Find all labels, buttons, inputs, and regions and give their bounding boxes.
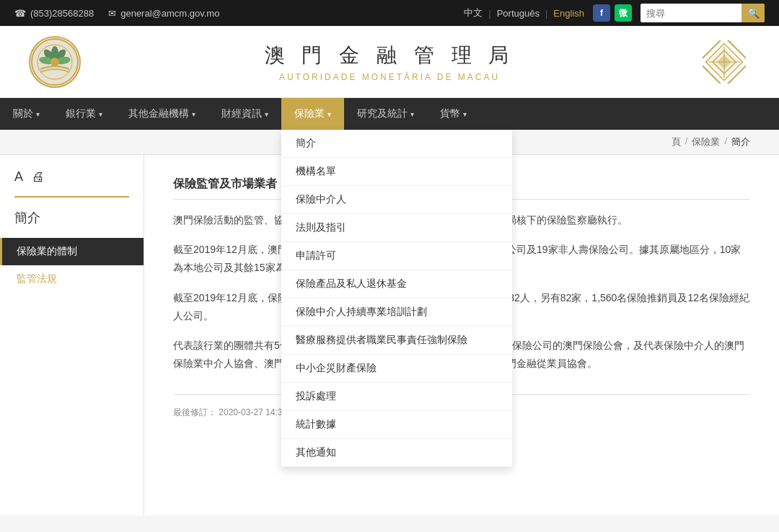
nav-other-fi-label: 其他金融機構	[128, 107, 189, 120]
nav-banking-label: 銀行業	[66, 107, 96, 120]
breadcrumb-insurance[interactable]: 保險業	[692, 136, 720, 148]
language-switcher: 中文 | Português | English	[464, 6, 584, 19]
nav-finance-info[interactable]: 財經資訊 ▾	[208, 98, 281, 130]
phone-info: ☎ (853)28568288	[14, 8, 94, 19]
nav-insurance-arrow: ▾	[327, 110, 331, 118]
breadcrumb-sep-2: /	[724, 136, 727, 148]
phone-icon: ☎	[14, 8, 26, 19]
nav-currency[interactable]: 貨幣 ▾	[427, 98, 480, 130]
email-info: ✉ general@amcm.gov.mo	[108, 8, 219, 19]
svg-point-7	[50, 58, 59, 66]
title-portuguese: AUTORIDADE MONETÁRIA DE MACAU	[81, 72, 698, 82]
sidebar-item-regulations[interactable]: 監管法規	[0, 265, 144, 293]
dropdown-medical[interactable]: 醫療服務提供者職業民事責任強制保險	[281, 327, 512, 355]
lang-en[interactable]: English	[553, 8, 584, 19]
dropdown-complaint[interactable]: 投訴處理	[281, 383, 512, 411]
nav-insurance[interactable]: 保險業 ▾ 簡介 機構名單 保險中介人 法則及指引 申請許可 保險產品及私人退休…	[281, 98, 344, 130]
nav-banking-arrow: ▾	[99, 110, 102, 118]
site-header: 澳 門 金 融 管 理 局 AUTORIDADE MONETÁRIA DE MA…	[0, 26, 779, 98]
nav-research-arrow: ▾	[410, 110, 414, 118]
title-chinese: 澳 門 金 融 管 理 局	[81, 42, 698, 69]
sidebar-item-structure[interactable]: 保險業的體制	[0, 238, 144, 265]
top-bar: ☎ (853)28568288 ✉ general@amcm.gov.mo 中文…	[0, 0, 779, 26]
nav-currency-arrow: ▾	[463, 110, 467, 118]
insurance-dropdown: 簡介 機構名單 保險中介人 法則及指引 申請許可 保險產品及私人退休基金 保險中…	[281, 130, 512, 467]
nav-other-fi-arrow: ▾	[192, 110, 195, 118]
nav-finance-info-arrow: ▾	[265, 110, 268, 118]
nav-finance-info-label: 財經資訊	[221, 107, 262, 120]
nav-insurance-label: 保險業	[294, 107, 325, 120]
dropdown-sme[interactable]: 中小企災財產保險	[281, 355, 512, 383]
dropdown-statistics[interactable]: 統計數據	[281, 411, 512, 439]
lang-zh[interactable]: 中文	[464, 6, 483, 19]
last-modified-label: 最後修訂：	[173, 407, 216, 417]
nav-about-label: 關於	[13, 107, 33, 120]
email-address: general@amcm.gov.mo	[120, 8, 219, 19]
print-icon[interactable]: 🖨	[32, 169, 45, 185]
font-size-icon[interactable]: A	[14, 169, 23, 185]
nav-research[interactable]: 研究及統計 ▾	[344, 98, 427, 130]
dropdown-notices[interactable]: 其他通知	[281, 439, 512, 467]
amcm-logo-svg	[703, 40, 746, 84]
sidebar: A 🖨 簡介 保險業的體制 監管法規	[0, 155, 144, 515]
dropdown-org-list[interactable]: 機構名單	[281, 158, 512, 186]
lang-pt[interactable]: Português	[497, 8, 540, 19]
search-button[interactable]: 🔍	[741, 4, 765, 22]
lang-sep-1: |	[488, 8, 490, 19]
site-title: 澳 門 金 融 管 理 局 AUTORIDADE MONETÁRIA DE MA…	[81, 42, 698, 82]
top-bar-left: ☎ (853)28568288 ✉ general@amcm.gov.mo	[14, 8, 219, 19]
social-icons: f 微	[593, 4, 632, 22]
dropdown-intro[interactable]: 簡介	[281, 130, 512, 158]
macau-emblem	[29, 36, 81, 88]
lang-sep-2: |	[545, 8, 547, 19]
macau-logo	[29, 36, 81, 88]
search-input[interactable]	[641, 4, 741, 22]
nav-banking[interactable]: 銀行業 ▾	[53, 98, 115, 130]
wechat-icon[interactable]: 微	[615, 4, 632, 22]
amcm-logo	[698, 36, 750, 88]
nav-currency-label: 貨幣	[440, 107, 460, 120]
breadcrumb-current: 簡介	[731, 136, 750, 148]
nav-about[interactable]: 關於 ▾	[0, 98, 53, 130]
search-box: 🔍	[641, 4, 765, 22]
dropdown-apply[interactable]: 申請許可	[281, 242, 512, 270]
breadcrumb-sep-1: /	[685, 136, 688, 148]
sidebar-tools: A 🖨	[0, 169, 144, 196]
nav-other-fi[interactable]: 其他金融機構 ▾	[115, 98, 208, 130]
sidebar-title: 簡介	[0, 209, 144, 238]
phone-number: (853)28568288	[30, 8, 94, 19]
main-nav: 關於 ▾ 銀行業 ▾ 其他金融機構 ▾ 財經資訊 ▾ 保險業 ▾ 簡介 機構名單…	[0, 98, 779, 130]
dropdown-products[interactable]: 保險產品及私人退休基金	[281, 270, 512, 298]
dropdown-intermediary[interactable]: 保險中介人	[281, 186, 512, 214]
top-bar-right: 中文 | Português | English f 微 🔍	[464, 4, 765, 22]
nav-research-label: 研究及統計	[357, 107, 408, 120]
dropdown-training[interactable]: 保險中介人持續專業培訓計劃	[281, 298, 512, 327]
email-icon: ✉	[108, 8, 116, 19]
nav-about-arrow: ▾	[36, 110, 40, 118]
facebook-icon[interactable]: f	[593, 4, 610, 22]
sidebar-divider	[14, 196, 129, 198]
breadcrumb-home[interactable]: 頁	[672, 136, 681, 148]
dropdown-laws[interactable]: 法則及指引	[281, 214, 512, 242]
